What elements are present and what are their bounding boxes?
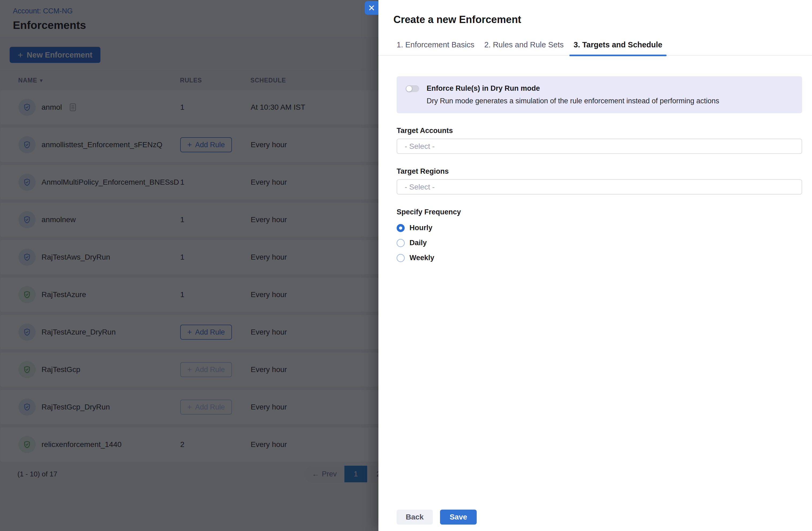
- wizard-tab[interactable]: 3. Targets and Schedule: [569, 41, 667, 55]
- frequency-option[interactable]: Hourly: [397, 224, 802, 232]
- dry-run-section: Enforce Rule(s) in Dry Run mode Dry Run …: [397, 76, 802, 113]
- drawer-body: Enforce Rule(s) in Dry Run mode Dry Run …: [378, 56, 812, 262]
- radio-icon[interactable]: [397, 239, 405, 247]
- radio-label: Daily: [409, 239, 427, 247]
- target-regions-select[interactable]: - Select -: [397, 179, 802, 195]
- target-regions-label: Target Regions: [397, 167, 802, 176]
- frequency-option[interactable]: Weekly: [397, 254, 802, 262]
- radio-icon[interactable]: [397, 254, 405, 262]
- dry-run-description: Dry Run mode generates a simulation of t…: [426, 97, 719, 105]
- dry-run-label: Enforce Rule(s) in Dry Run mode: [426, 84, 719, 93]
- dry-run-texts: Enforce Rule(s) in Dry Run mode Dry Run …: [426, 84, 719, 105]
- wizard-tabs: 1. Enforcement Basics 2. Rules and Rule …: [378, 41, 812, 56]
- specify-frequency-label: Specify Frequency: [397, 208, 802, 216]
- target-accounts-placeholder: - Select -: [405, 142, 435, 151]
- drawer-footer: Back Save: [397, 510, 477, 525]
- back-button[interactable]: Back: [397, 510, 433, 525]
- close-button[interactable]: ✕: [365, 1, 378, 15]
- target-regions-placeholder: - Select -: [405, 183, 435, 191]
- wizard-tab[interactable]: 2. Rules and Rule Sets: [480, 41, 568, 55]
- target-accounts-label: Target Accounts: [397, 127, 802, 135]
- radio-icon[interactable]: [397, 224, 405, 232]
- drawer-title: Create a new Enforcement: [378, 0, 812, 26]
- dry-run-toggle[interactable]: [406, 85, 419, 92]
- create-enforcement-drawer: ✕ Create a new Enforcement 1. Enforcemen…: [378, 0, 812, 531]
- radio-label: Weekly: [409, 254, 434, 262]
- target-accounts-select[interactable]: - Select -: [397, 139, 802, 154]
- radio-label: Hourly: [409, 224, 433, 232]
- toggle-knob: [406, 86, 412, 91]
- frequency-radio-group: Hourly Daily Weekly: [397, 224, 802, 262]
- wizard-tab[interactable]: 1. Enforcement Basics: [392, 41, 479, 55]
- frequency-option[interactable]: Daily: [397, 239, 802, 247]
- close-icon: ✕: [368, 4, 375, 12]
- save-button[interactable]: Save: [440, 510, 477, 525]
